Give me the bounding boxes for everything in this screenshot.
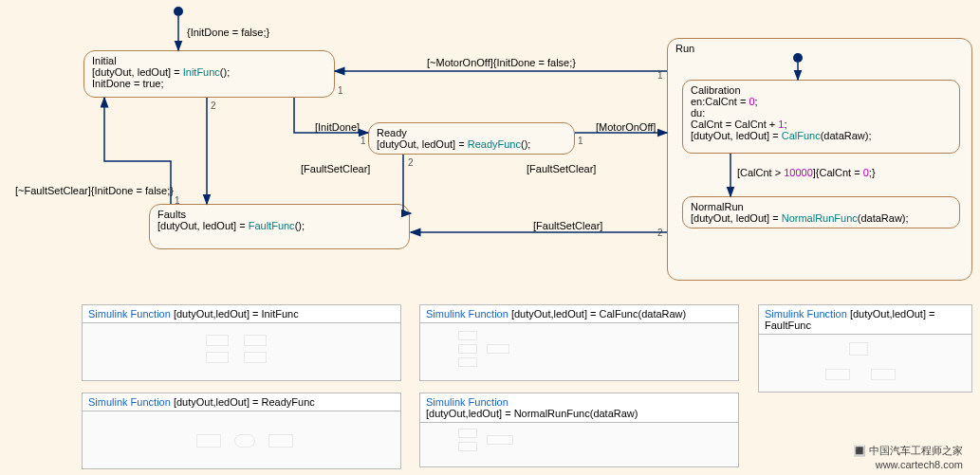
trans-not-fsc: [~FaultSetClear]{InitDone = false;} [15,185,174,196]
state-initial-line1: [dutyOut, ledOut] = InitFunc(); [92,66,326,78]
initial-dot-top [174,7,183,16]
simfunc-readyfunc-sig: [dutyOut,ledOut] = ReadyFunc [171,396,315,408]
state-calibration-l1: en:CalCnt = 0; [691,96,952,107]
simfunc-initfunc[interactable]: Simulink Function [dutyOut,ledOut] = Ini… [82,304,401,381]
simfunc-initfunc-sig: [dutyOut,ledOut] = InitFunc [171,308,299,320]
prio-ready-1l: 1 [361,136,366,146]
prio-ready-2: 2 [408,157,414,168]
state-ready[interactable]: Ready [dutyOut, ledOut] = ReadyFunc(); [368,122,575,155]
simfunc-calfunc-sig: [dutyOut,ledOut] = CalFunc(dataRaw) [508,308,686,320]
state-faults[interactable]: Faults [dutyOut, ledOut] = FaultFunc(); [149,204,410,249]
state-calibration-l4: [dutyOut, ledOut] = CalFunc(dataRaw); [691,130,952,141]
prio-ready-1r: 1 [578,136,583,146]
state-initial-title: Initial [92,55,326,66]
simfunc-faultfunc[interactable]: Simulink Function [dutyOut,ledOut] = Fau… [758,304,972,393]
trans-fsc-ready: [FaultSetClear] [527,163,596,174]
trans-motoronoff-back: [~MotorOnOff]{InitDone = false;} [427,57,576,68]
trans-fsc-run: [FaultSetClear] [533,220,602,231]
trans-initdone: [InitDone] [315,121,360,133]
state-calibration[interactable]: Calibration en:CalCnt = 0; du: CalCnt = … [682,80,960,154]
state-calibration-title: Calibration [691,84,952,96]
state-faults-title: Faults [157,209,401,220]
prio-run-2: 2 [657,228,663,238]
state-normalrun-l1: [dutyOut, ledOut] = NormalRunFunc(dataRa… [691,212,952,224]
simfunc-readyfunc[interactable]: Simulink Function [dutyOut,ledOut] = Rea… [82,393,401,469]
state-calibration-l3: CalCnt = CalCnt + 1; [691,119,952,130]
state-normalrun[interactable]: NormalRun [dutyOut, ledOut] = NormalRunF… [682,196,960,228]
prio-initial-1: 1 [338,85,343,96]
simfunc-prefix: Simulink Function [88,308,171,320]
prio-initial-2: 2 [211,100,216,111]
trans-motoronoff: [MotorOnOff] [596,121,656,133]
initial-dot-run [793,53,803,63]
state-calibration-l2: du: [691,107,952,119]
state-ready-line1: [dutyOut, ledOut] = ReadyFunc(); [377,138,566,150]
state-run-title: Run [675,43,964,54]
prio-faults-1: 1 [175,195,180,206]
state-faults-line1: [dutyOut, ledOut] = FaultFunc(); [157,220,401,231]
state-normalrun-title: NormalRun [691,201,952,212]
simfunc-normalrunfunc-sig: [dutyOut,ledOut] = NormalRunFunc(dataRaw… [426,408,638,419]
state-initial-line2: InitDone = true; [92,78,326,89]
simfunc-calfunc[interactable]: Simulink Function [dutyOut,ledOut] = Cal… [419,304,739,381]
trans-fsc-initial: [FaultSetClear] [301,163,370,174]
state-initial[interactable]: Initial [dutyOut, ledOut] = InitFunc(); … [83,50,335,98]
simfunc-normalrunfunc[interactable]: Simulink Function[dutyOut,ledOut] = Norm… [419,393,739,467]
init-action-label: {InitDone = false;} [187,27,269,38]
trans-calcnt: [CalCnt > 10000]{CalCnt = 0;} [737,167,876,178]
prio-run-1: 1 [657,70,663,81]
watermark: 🔳 中国汽车工程师之家 www.cartech8.com [853,444,963,471]
state-run[interactable]: Run [667,38,972,281]
state-ready-title: Ready [377,127,566,138]
